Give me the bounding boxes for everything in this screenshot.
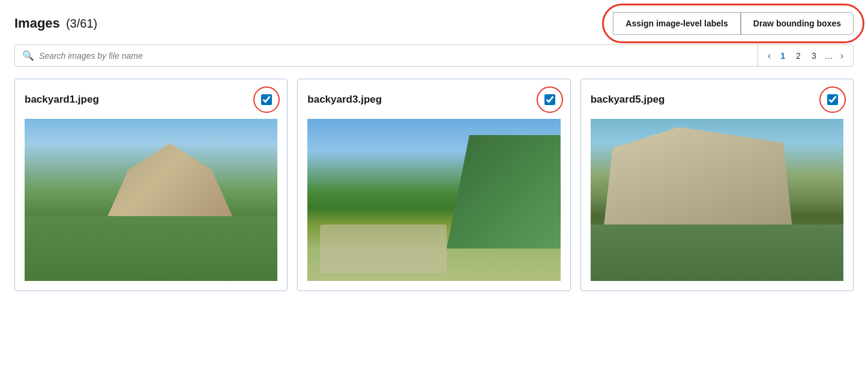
pagination-page-2[interactable]: 2: [792, 50, 804, 62]
card-3-image-visual: [591, 119, 843, 281]
search-pagination-row: 🔍 ‹ 1 2 3 … ›: [14, 44, 854, 67]
card-2-checkbox-wrapper: [539, 89, 561, 110]
header: Images (3/61) Assign image-level labels …: [14, 12, 854, 35]
card-2-filename: backyard3.jpeg: [307, 94, 382, 106]
card-1-checkbox[interactable]: [261, 94, 272, 105]
card-3-filename: backyard5.jpeg: [591, 94, 665, 106]
pagination: ‹ 1 2 3 … ›: [758, 49, 853, 62]
card-3-image: [591, 119, 843, 281]
pagination-prev-button[interactable]: ‹: [765, 49, 773, 62]
card-1-header: backyard1.jpeg: [25, 89, 277, 110]
card-2-header: backyard3.jpeg: [307, 89, 560, 110]
search-icon: 🔍: [22, 50, 34, 61]
card-3-checkbox-wrapper: [822, 89, 843, 110]
card-2-image: [307, 119, 560, 281]
search-input[interactable]: [39, 51, 750, 61]
card-1-image-visual: [25, 119, 277, 281]
image-card-1: backyard1.jpeg: [14, 79, 288, 291]
pagination-ellipsis: …: [824, 51, 834, 61]
image-card-2: backyard3.jpeg: [297, 79, 570, 291]
card-1-filename: backyard1.jpeg: [25, 94, 99, 106]
image-grid: backyard1.jpeg backyard3.jpeg: [14, 79, 854, 291]
card-3-header: backyard5.jpeg: [591, 89, 843, 110]
pagination-page-1[interactable]: 1: [777, 50, 789, 62]
card-2-checkbox[interactable]: [544, 94, 555, 105]
pagination-next-button[interactable]: ›: [838, 49, 846, 62]
card-3-checkbox[interactable]: [827, 94, 838, 105]
card-1-image: [25, 119, 277, 281]
page-title: Images (3/61): [14, 16, 97, 31]
title-text: Images: [14, 16, 60, 31]
card-1-checkbox-wrapper: [256, 89, 277, 110]
image-count: (3/61): [66, 17, 97, 30]
pagination-page-3[interactable]: 3: [808, 50, 820, 62]
search-inner: 🔍: [15, 45, 758, 66]
card-2-image-visual: [307, 119, 560, 281]
header-actions: Assign image-level labels Draw bounding …: [613, 12, 854, 35]
draw-bounding-boxes-button[interactable]: Draw bounding boxes: [741, 12, 854, 35]
assign-labels-button[interactable]: Assign image-level labels: [613, 12, 740, 35]
image-card-3: backyard5.jpeg: [580, 79, 854, 291]
page-container: Images (3/61) Assign image-level labels …: [0, 0, 868, 377]
